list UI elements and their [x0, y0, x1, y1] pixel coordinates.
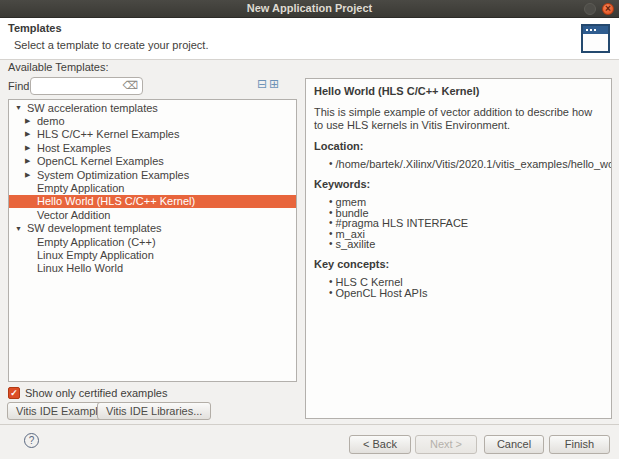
expand-all-icon[interactable]: ⊞ — [269, 79, 281, 91]
tree-item-label: SW acceleration templates — [27, 102, 158, 114]
close-icon: × — [603, 4, 613, 14]
tree-item-label: Host Examples — [37, 142, 111, 154]
tree-item[interactable]: ▶ HLS C/C++ Kernel Examples — [9, 128, 296, 141]
template-details-panel: Hello World (HLS C/C++ Kernel) This is s… — [305, 78, 612, 419]
certified-checkbox-label: Show only certified examples — [25, 387, 167, 399]
key-concept-text: OpenCL Host APIs — [336, 288, 428, 298]
bullet-icon: • — [329, 288, 333, 298]
vitis-ide-libraries-button[interactable]: Vitis IDE Libraries... — [97, 402, 211, 420]
keyword-item: • s_axilite — [329, 239, 603, 249]
tree-item-label: OpenCL Kernel Examples — [37, 155, 164, 167]
tree-item-label: Linux Hello World — [37, 262, 123, 274]
wizard-banner-icon — [581, 24, 610, 53]
keywords-list: • gmem • bundle • #pragma HLS INTERFACE … — [314, 197, 603, 249]
check-icon: ✓ — [9, 388, 19, 399]
bullet-icon: • — [329, 159, 333, 169]
find-box: ⌫ — [30, 77, 143, 95]
clear-input-icon[interactable]: ⌫ — [122, 79, 138, 92]
footer-bar: ? < Back Next > Cancel Finish — [0, 424, 619, 459]
help-button[interactable]: ? — [24, 433, 39, 448]
tree-item-label: demo — [37, 115, 65, 127]
tree-arrow-icon[interactable]: ▼ — [15, 104, 27, 111]
tree-item[interactable]: ▼ SW acceleration templates — [9, 101, 296, 114]
wizard-banner-icon-titlebar — [583, 26, 608, 34]
templates-tree: ▼ SW acceleration templates ▶ demo ▶ HLS… — [8, 99, 297, 382]
help-icon: ? — [29, 435, 35, 446]
tree-arrow-icon[interactable]: ▼ — [15, 225, 27, 232]
finish-button[interactable]: Finish — [549, 435, 610, 454]
key-concepts-label: Key concepts: — [314, 258, 603, 270]
keyword-item: • #pragma HLS INTERFACE — [329, 218, 603, 228]
find-label: Find: — [8, 80, 32, 92]
tree-item-label: Vector Addition — [37, 209, 110, 221]
page-title: Templates — [8, 22, 62, 34]
location-list: • /home/bartek/.Xilinx/Vitis/2020.1/viti… — [314, 159, 603, 169]
template-description: This is simple example of vector additio… — [314, 106, 604, 131]
tree-item-label: Hello World (HLS C/C++ Kernel) — [37, 195, 195, 207]
tree-arrow-icon[interactable]: ▶ — [25, 130, 37, 138]
tree-arrow-icon[interactable]: ▶ — [25, 144, 37, 152]
location-label: Location: — [314, 140, 603, 152]
tree-item[interactable]: Hello World (HLS C/C++ Kernel) — [9, 195, 296, 208]
bullet-icon: • — [329, 239, 333, 249]
back-button[interactable]: < Back — [349, 435, 411, 454]
cancel-button[interactable]: Cancel — [484, 435, 544, 454]
tree-item-label: Empty Application — [37, 182, 124, 194]
tree-item[interactable]: ▶ System Optimization Examples — [9, 168, 296, 181]
close-button[interactable]: × — [602, 3, 614, 15]
tree-item-label: Empty Application (C++) — [37, 236, 156, 248]
tree-item[interactable]: ▶ Host Examples — [9, 141, 296, 154]
titlebar[interactable]: New Application Project × — [0, 0, 619, 18]
tree-item-label: System Optimization Examples — [37, 169, 189, 181]
template-title: Hello World (HLS C/C++ Kernel) — [314, 85, 603, 97]
tree-item-label: SW development templates — [27, 222, 162, 234]
location-item: • /home/bartek/.Xilinx/Vitis/2020.1/viti… — [329, 159, 603, 169]
tree-arrow-icon[interactable]: ▶ — [25, 117, 37, 125]
tree-item-label: Linux Empty Application — [37, 249, 154, 261]
tree-item[interactable]: Linux Hello World — [9, 262, 296, 275]
certified-checkbox[interactable]: ✓ — [8, 387, 20, 399]
tree-item[interactable]: Vector Addition — [9, 208, 296, 221]
tree-item[interactable]: Empty Application — [9, 181, 296, 194]
available-templates-label: Available Templates: — [8, 61, 109, 73]
tree-arrow-icon[interactable]: ▶ — [25, 171, 37, 179]
keyword-item: • gmem — [329, 197, 603, 207]
window-title: New Application Project — [0, 0, 619, 17]
page-subtitle: Select a template to create your project… — [14, 39, 208, 51]
next-button[interactable]: Next > — [415, 435, 477, 454]
keyword-text: s_axilite — [336, 239, 376, 249]
maximize-button[interactable] — [584, 3, 596, 15]
tree-item[interactable]: ▶ OpenCL Kernel Examples — [9, 155, 296, 168]
wizard-header: Templates Select a template to create yo… — [0, 18, 619, 60]
tree-arrow-icon[interactable]: ▶ — [25, 157, 37, 165]
key-concepts-list: • HLS C Kernel • OpenCL Host APIs — [314, 277, 603, 298]
collapse-all-icon[interactable]: ⊟ — [257, 79, 269, 91]
tree-item[interactable]: Empty Application (C++) — [9, 235, 296, 248]
new-application-project-dialog: New Application Project × Templates Sele… — [0, 0, 619, 459]
keywords-label: Keywords: — [314, 178, 603, 190]
tree-item[interactable]: ▼ SW development templates — [9, 222, 296, 235]
tree-item[interactable]: ▶ demo — [9, 114, 296, 127]
find-input[interactable] — [34, 79, 124, 93]
tree-item[interactable]: Linux Empty Application — [9, 248, 296, 261]
location-path: /home/bartek/.Xilinx/Vitis/2020.1/vitis_… — [336, 159, 612, 169]
tree-item-label: HLS C/C++ Kernel Examples — [37, 128, 179, 140]
key-concept-item: • OpenCL Host APIs — [329, 288, 603, 298]
